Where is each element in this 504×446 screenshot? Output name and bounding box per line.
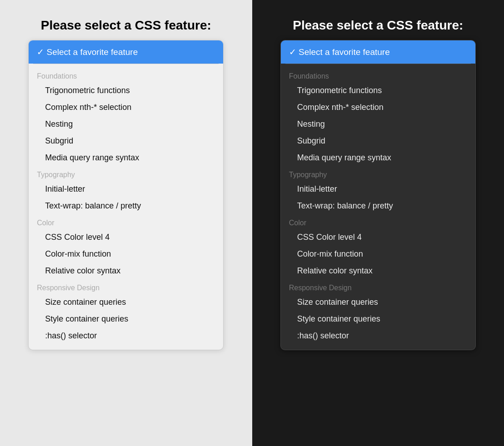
dark-panel: Please select a CSS feature: ✓ Select a … [252,0,504,446]
group-label-0: Foundations [281,68,475,82]
group-label-0: Foundations [29,68,223,82]
light-selected-item[interactable]: ✓ Select a favorite feature [29,40,223,64]
list-option-0-4[interactable]: Media query range syntax [29,149,223,166]
list-option-2-1[interactable]: Color-mix function [29,246,223,263]
light-dropdown-box: ✓ Select a favorite feature FoundationsT… [28,40,224,350]
list-option-1-1[interactable]: Text-wrap: balance / pretty [29,198,223,214]
light-panel-title: Please select a CSS feature: [41,18,211,33]
list-option-3-2[interactable]: :has() selector [29,327,223,344]
list-option-2-2[interactable]: Relative color syntax [281,263,475,279]
list-option-3-2[interactable]: :has() selector [281,327,475,344]
dark-selected-item[interactable]: ✓ Select a favorite feature [281,40,475,64]
list-option-0-1[interactable]: Complex nth-* selection [29,99,223,116]
dark-dropdown-box: ✓ Select a favorite feature FoundationsT… [280,40,476,350]
list-option-2-0[interactable]: CSS Color level 4 [281,229,475,246]
light-selected-text: ✓ Select a favorite feature [37,47,138,57]
list-option-2-0[interactable]: CSS Color level 4 [29,229,223,246]
list-option-3-1[interactable]: Style container queries [29,311,223,327]
light-panel: Please select a CSS feature: ✓ Select a … [0,0,252,446]
group-label-1: Typography [281,166,475,181]
list-option-0-2[interactable]: Nesting [29,116,223,133]
list-option-0-4[interactable]: Media query range syntax [281,149,475,166]
list-option-3-0[interactable]: Size container queries [29,294,223,311]
list-option-2-1[interactable]: Color-mix function [281,246,475,263]
group-label-3: Responsive Design [29,279,223,294]
group-label-2: Color [281,214,475,229]
group-label-3: Responsive Design [281,279,475,294]
list-option-3-0[interactable]: Size container queries [281,294,475,311]
list-option-0-3[interactable]: Subgrid [281,133,475,149]
light-list-body: FoundationsTrigonometric functionsComple… [29,64,223,350]
list-option-0-1[interactable]: Complex nth-* selection [281,99,475,116]
list-option-3-1[interactable]: Style container queries [281,311,475,327]
list-option-0-3[interactable]: Subgrid [29,133,223,149]
list-option-0-0[interactable]: Trigonometric functions [281,82,475,99]
group-label-1: Typography [29,166,223,181]
list-option-1-0[interactable]: Initial-letter [29,181,223,198]
group-label-2: Color [29,214,223,229]
list-option-1-1[interactable]: Text-wrap: balance / pretty [281,198,475,214]
list-option-0-2[interactable]: Nesting [281,116,475,133]
dark-list-body: FoundationsTrigonometric functionsComple… [281,64,475,350]
list-option-0-0[interactable]: Trigonometric functions [29,82,223,99]
list-option-2-2[interactable]: Relative color syntax [29,263,223,279]
list-option-1-0[interactable]: Initial-letter [281,181,475,198]
dark-panel-title: Please select a CSS feature: [293,18,463,33]
dark-selected-text: ✓ Select a favorite feature [289,47,390,57]
